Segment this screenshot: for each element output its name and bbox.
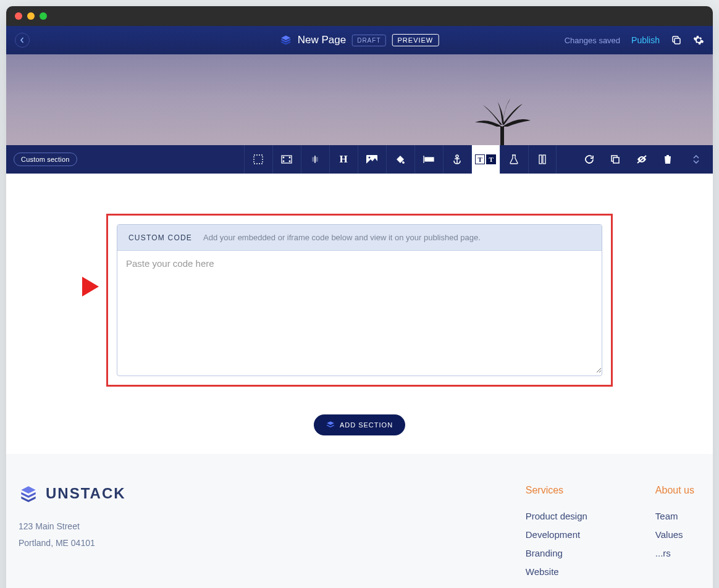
footer-link[interactable]: Team	[655, 511, 694, 521]
footer-col-title: About us	[655, 485, 694, 496]
svg-rect-19	[613, 158, 619, 163]
publish-link[interactable]: Publish	[631, 35, 660, 45]
columns-tool-icon[interactable]	[528, 145, 557, 174]
delete-icon[interactable]	[663, 154, 672, 164]
footer-link[interactable]: ...rs	[655, 548, 694, 558]
svg-rect-1	[500, 127, 504, 145]
svg-point-4	[283, 157, 284, 158]
chevron-down-icon[interactable]	[693, 160, 699, 164]
draft-badge: DRAFT	[352, 35, 385, 46]
custom-code-title: CUSTOM CODE	[128, 233, 192, 242]
highlighted-section: CUSTOM CODE Add your embedded or iframe …	[106, 214, 613, 387]
reorder-arrows[interactable]	[693, 155, 699, 164]
app-header: New Page DRAFT PREVIEW Changes saved Pub…	[6, 26, 713, 54]
section-type-chip[interactable]: Custom section	[14, 153, 77, 166]
anchor-tool-icon[interactable]	[443, 145, 471, 174]
canvas: CUSTOM CODE Add your embedded or iframe …	[6, 174, 713, 454]
custom-code-panel: CUSTOM CODE Add your embedded or iframe …	[117, 224, 602, 376]
logo-icon	[19, 485, 38, 502]
footer-link[interactable]: Values	[655, 529, 694, 540]
svg-rect-17	[539, 155, 542, 164]
lab-tool-icon[interactable]	[500, 145, 528, 174]
svg-rect-2	[254, 155, 263, 164]
svg-point-6	[289, 157, 290, 158]
settings-icon[interactable]	[693, 35, 704, 46]
copy-icon[interactable]	[671, 35, 682, 46]
palm-tree-decoration	[466, 99, 540, 145]
svg-rect-9	[313, 158, 317, 161]
section-toolbar: Custom section H T T	[6, 145, 713, 174]
text-tool-icon[interactable]: T T	[471, 145, 500, 174]
svg-rect-0	[675, 38, 680, 44]
visibility-off-icon[interactable]	[636, 155, 647, 164]
chevron-up-icon[interactable]	[693, 155, 699, 159]
brand-name: UNSTACK	[46, 485, 126, 502]
image-tool-icon[interactable]	[358, 145, 386, 174]
svg-rect-13	[425, 158, 434, 161]
page-footer: UNSTACK 123 Main Street Portland, ME 041…	[6, 454, 713, 588]
duplicate-icon[interactable]	[610, 154, 620, 164]
footer-link[interactable]: Development	[526, 529, 587, 540]
custom-code-header: CUSTOM CODE Add your embedded or iframe …	[117, 225, 602, 251]
fill-tool-icon[interactable]	[386, 145, 414, 174]
layers-icon	[326, 421, 335, 429]
footer-column-services: Services Product design Development Bran…	[526, 485, 587, 585]
footer-column-about: About us Team Values ...rs	[655, 485, 694, 585]
footer-link[interactable]: Product design	[526, 511, 587, 521]
svg-rect-18	[543, 155, 545, 164]
code-input[interactable]	[117, 251, 602, 373]
window-titlebar	[6, 6, 713, 26]
footer-col-title: Services	[526, 485, 587, 496]
svg-point-7	[289, 161, 290, 162]
footer-link[interactable]: Branding	[526, 548, 587, 558]
layers-icon	[280, 35, 292, 46]
address-line-1: 123 Main Street	[19, 518, 126, 535]
address-line-2: Portland, ME 04101	[19, 535, 126, 552]
close-window-button[interactable]	[15, 12, 22, 20]
svg-point-11	[369, 157, 371, 159]
selection-tool-icon[interactable]	[244, 145, 272, 174]
brand-logo: UNSTACK	[19, 485, 126, 502]
banner-tool-icon[interactable]	[414, 145, 443, 174]
svg-point-5	[283, 161, 284, 162]
add-section-label: ADD SECTION	[340, 421, 393, 429]
refresh-icon[interactable]	[584, 154, 594, 164]
save-status: Changes saved	[565, 36, 620, 45]
svg-point-14	[456, 155, 458, 158]
preview-button[interactable]: PREVIEW	[392, 34, 439, 46]
maximize-window-button[interactable]	[40, 12, 47, 20]
page-title: New Page	[298, 34, 346, 46]
back-button[interactable]	[15, 33, 30, 48]
add-section-button[interactable]: ADD SECTION	[314, 414, 405, 435]
footer-link[interactable]: Website	[526, 566, 587, 577]
align-tool-icon[interactable]	[301, 145, 329, 174]
hero-image	[6, 54, 713, 145]
heading-tool-icon[interactable]: H	[329, 145, 358, 174]
minimize-window-button[interactable]	[27, 12, 35, 20]
custom-code-description: Add your embedded or iframe code below a…	[203, 233, 481, 242]
annotation-arrow-icon	[34, 274, 102, 299]
video-tool-icon[interactable]	[272, 145, 301, 174]
